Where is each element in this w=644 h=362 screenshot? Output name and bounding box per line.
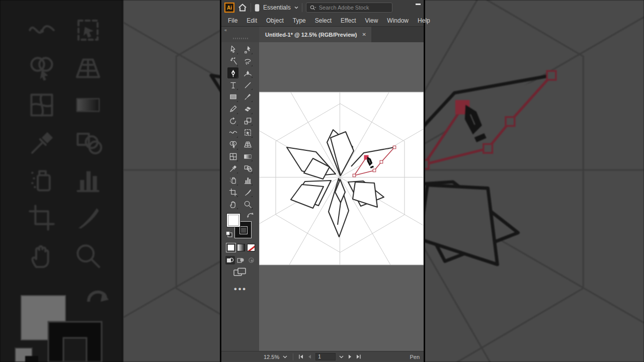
tool-mesh[interactable] [227,151,238,162]
menu-view[interactable]: View [361,16,383,26]
tool-magic-wand[interactable] [227,56,238,67]
tool-line-segment[interactable] [242,79,253,90]
fill-color-swatch[interactable] [226,213,240,227]
edit-toolbar-icon[interactable]: ●●● [221,286,259,292]
tool-free-transform[interactable] [242,127,253,138]
eraser-icon [244,105,252,113]
swap-fill-stroke-icon[interactable] [247,212,254,218]
color-fill-button[interactable] [227,244,235,251]
menu-edit[interactable]: Edit [242,16,262,26]
tool-eyedropper[interactable] [227,163,238,174]
divider [302,3,302,12]
artboard-number-field[interactable]: 1 [315,353,336,360]
tool-hand[interactable] [227,199,238,210]
column-graph-icon [244,176,252,185]
color-none-button[interactable] [247,244,255,251]
app-logo-icon[interactable]: Ai [224,3,234,13]
window-control-partial[interactable] [416,4,421,5]
tool-shaper[interactable] [227,104,238,115]
draw-behind-button[interactable] [236,256,246,264]
paintbrush-icon [244,93,252,101]
anchor-point [373,169,376,172]
menu-effect[interactable]: Effect [336,16,360,26]
gradient-icon [244,152,252,161]
default-fill-stroke-icon[interactable] [225,231,233,238]
tool-gradient[interactable] [242,151,253,162]
tool-width[interactable] [227,127,238,138]
blend-icon [244,164,252,173]
menu-select[interactable]: Select [310,16,336,26]
tool-eraser[interactable] [242,104,253,115]
magic-wand-icon [229,57,237,65]
menu-type[interactable]: Type [288,16,310,26]
tool-perspective-grid[interactable] [242,139,253,150]
tool-lasso[interactable] [242,56,253,67]
divider [293,353,293,360]
tool-artboard[interactable] [227,187,238,198]
artboard-view[interactable] [259,42,424,351]
artboard-dropdown-icon[interactable] [339,354,344,359]
menu-help[interactable]: Help [413,16,435,26]
first-artboard-icon[interactable] [298,354,304,359]
tool-rectangle[interactable] [227,92,238,103]
pen-icon [229,69,237,77]
tool-column-graph[interactable] [242,175,253,186]
toolbar-panel-header: « [221,27,259,42]
draw-inside-button[interactable] [247,256,256,264]
zoom-dropdown-icon[interactable] [282,354,288,359]
tab-strip: « Untitled-1* @ 12.5% (RGB/Preview) ✕ [221,27,424,42]
anchor-point [393,146,396,149]
home-icon[interactable] [238,4,247,12]
draw-normal-button[interactable] [225,256,235,264]
tool-scale[interactable] [242,115,253,126]
tool-zoom[interactable] [242,199,253,210]
curvature-icon [244,69,252,77]
canvas-area[interactable] [259,42,424,351]
last-artboard-icon[interactable] [356,354,361,359]
menu-bar: FileEditObjectTypeSelectEffectViewWindow… [221,15,424,27]
panel-grip[interactable] [233,38,248,39]
tool-slice[interactable] [242,187,253,198]
menu-object[interactable]: Object [262,16,288,26]
chevron-down-icon[interactable] [294,6,298,10]
tool-curvature[interactable] [242,67,253,78]
perspective-grid-icon [244,140,252,149]
tool-type[interactable] [227,79,238,90]
tool-pen[interactable] [227,67,238,78]
tab-strip-empty [371,27,424,42]
symbol-sprayer-icon [229,176,237,185]
menu-file[interactable]: File [223,16,242,26]
zoom-icon [244,200,252,209]
slice-icon [244,188,252,197]
search-input[interactable] [319,5,384,11]
eyedropper-icon [229,164,237,173]
free-transform-icon [244,128,252,137]
color-gradient-button[interactable] [237,244,245,251]
previous-artboard-icon[interactable] [307,354,312,359]
app-bar: Ai Essentials [221,0,424,15]
tool-shape-builder[interactable] [227,139,238,150]
status-bar: 12.5% 1 Pen [221,351,424,362]
document-tab[interactable]: Untitled-1* @ 12.5% (RGB/Preview) ✕ [259,27,371,42]
tool-symbol-sprayer[interactable] [227,175,238,186]
tool-blend[interactable] [242,163,253,174]
tool-rotate[interactable] [227,115,238,126]
close-tab-icon[interactable]: ✕ [362,32,366,37]
stock-search[interactable] [306,3,392,13]
change-screen-mode-icon[interactable] [233,267,247,277]
scale-icon [244,117,252,125]
workspace-switcher[interactable]: Essentials [263,4,291,11]
tool-selection[interactable] [227,44,238,55]
tool-direct-selection[interactable] [242,44,253,55]
collapse-panel-icon[interactable]: « [224,28,226,33]
zoom-level[interactable]: 12.5% [264,354,279,360]
mesh-icon [229,152,237,161]
width-icon [229,128,237,137]
hand-icon [229,200,237,209]
shape-builder-icon [229,140,237,149]
arrange-documents-icon[interactable] [255,4,260,12]
tool-paintbrush[interactable] [242,92,253,103]
menu-window[interactable]: Window [382,16,413,26]
next-artboard-icon[interactable] [347,354,353,359]
artboard [259,92,424,265]
